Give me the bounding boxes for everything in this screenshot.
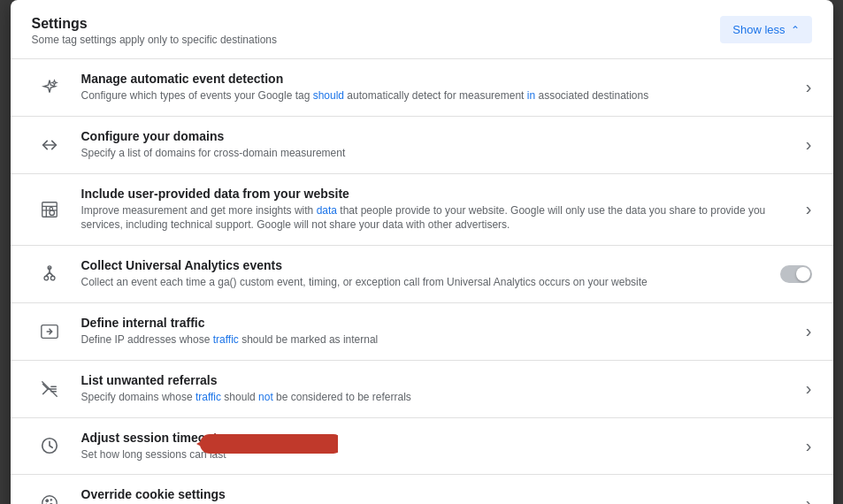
domains-icon [32, 135, 67, 155]
chevron-right-icon [806, 436, 812, 456]
item-description: Collect an event each time a ga() custom… [81, 275, 770, 290]
list-item[interactable]: Adjust session timeout Set how long sess… [11, 418, 833, 476]
list-item[interactable]: Manage automatic event detection Configu… [11, 59, 833, 117]
svg-point-18 [42, 496, 57, 504]
chevron-right-icon [806, 378, 812, 399]
list-item[interactable]: Include user-provided data from your web… [11, 174, 833, 247]
svg-point-19 [45, 500, 48, 502]
item-title: List unwanted referrals [81, 373, 795, 387]
chevron-right-icon [806, 493, 812, 504]
item-title: Manage automatic event detection [81, 72, 795, 86]
list-item[interactable]: Define internal traffic Define IP addres… [11, 303, 833, 361]
item-title: Configure your domains [81, 129, 795, 143]
item-content: Collect Universal Analytics events Colle… [81, 258, 770, 290]
show-less-label: Show less [732, 23, 785, 36]
settings-header: Settings Some tag settings apply only to… [11, 0, 833, 59]
chevron-right-icon [806, 77, 812, 97]
item-title: Adjust session timeout [81, 431, 795, 445]
sparkle-icon [32, 78, 67, 97]
show-less-button[interactable]: Show less ⌃ [720, 16, 811, 43]
header-left: Settings Some tag settings apply only to… [32, 16, 278, 46]
item-content: List unwanted referrals Specify domains … [81, 373, 795, 405]
chevron-right-icon [806, 321, 812, 341]
svg-point-6 [44, 276, 49, 280]
item-description: Set how long sessions can last [81, 447, 795, 462]
session-timeout-icon [32, 436, 67, 455]
chevron-up-icon: ⌃ [791, 24, 800, 36]
item-content: Adjust session timeout Set how long sess… [81, 431, 795, 462]
item-description: Improve measurement and get more insight… [81, 203, 795, 233]
internal-traffic-icon [32, 322, 67, 341]
unwanted-referrals-icon [32, 379, 67, 399]
item-title: Define internal traffic [81, 316, 795, 330]
ua-events-toggle[interactable] [780, 265, 812, 283]
item-title: Include user-provided data from your web… [81, 187, 795, 201]
list-item[interactable]: Collect Universal Analytics events Colle… [11, 246, 833, 303]
item-description: Specify domains whose traffic should not… [81, 390, 795, 405]
item-content: Manage automatic event detection Configu… [81, 72, 795, 103]
item-title: Override cookie settings [81, 487, 795, 501]
chevron-right-icon [806, 199, 812, 219]
item-content: Define internal traffic Define IP addres… [81, 316, 795, 347]
item-content: Override cookie settings Change how long… [81, 487, 795, 504]
item-description: Specify a list of domains for cross-doma… [81, 146, 795, 161]
ua-events-icon [32, 264, 67, 284]
item-description: Define IP addresses whose traffic should… [81, 332, 795, 347]
list-item[interactable]: Override cookie settings Change how long… [11, 475, 833, 504]
page-subtitle: Some tag settings apply only to specific… [32, 34, 278, 46]
cookie-settings-icon [32, 493, 67, 504]
item-content: Configure your domains Specify a list of… [81, 129, 795, 161]
chevron-right-icon [806, 134, 812, 155]
user-data-icon [32, 200, 67, 219]
settings-list: Manage automatic event detection Configu… [11, 59, 833, 504]
svg-point-20 [50, 500, 51, 501]
item-title: Collect Universal Analytics events [81, 258, 770, 272]
list-item[interactable]: List unwanted referrals Specify domains … [11, 361, 833, 418]
page-title: Settings [32, 16, 278, 32]
item-description: Configure which types of events your Goo… [81, 88, 795, 103]
list-item[interactable]: Configure your domains Specify a list of… [11, 117, 833, 174]
toggle-action[interactable] [780, 265, 812, 283]
svg-point-5 [50, 210, 55, 216]
svg-point-7 [50, 276, 55, 280]
settings-window: Settings Some tag settings apply only to… [11, 0, 833, 504]
item-content: Include user-provided data from your web… [81, 187, 795, 233]
